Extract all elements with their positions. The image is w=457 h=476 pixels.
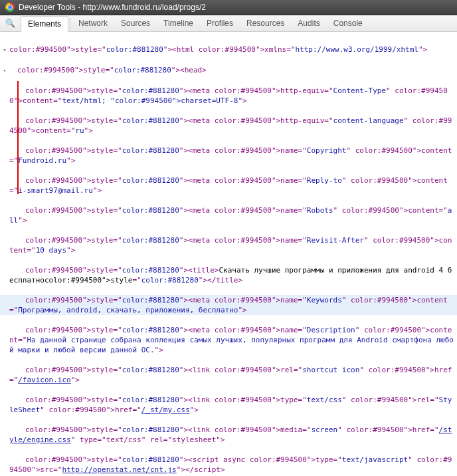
dom-node[interactable]: color:#994500">style="color:#881280"><me… bbox=[0, 295, 457, 315]
dom-node[interactable]: color:#994500">style="color:#881280"><me… bbox=[0, 235, 457, 255]
tab-resources[interactable]: Resources bbox=[240, 16, 291, 31]
window-title: Developer Tools - http://www.fundroid.ru… bbox=[19, 3, 206, 12]
window-titlebar: Developer Tools - http://www.fundroid.ru… bbox=[0, 0, 457, 15]
chrome-icon bbox=[5, 3, 15, 12]
annotation-highlight bbox=[17, 81, 19, 194]
dom-node[interactable]: color:#994500">style="color:#881280"><li… bbox=[0, 365, 457, 385]
devtools-toolbar: 🔍 Elements Network Sources Timeline Prof… bbox=[0, 15, 457, 32]
toggle-arrow-icon[interactable] bbox=[3, 45, 6, 54]
tab-network[interactable]: Network bbox=[72, 16, 114, 31]
dom-node[interactable]: color:#994500">style="color:#881280"><me… bbox=[0, 176, 457, 195]
tab-audits[interactable]: Audits bbox=[291, 16, 326, 31]
dom-node[interactable]: color:#994500">style="color:#881280"><me… bbox=[0, 146, 457, 166]
dom-node[interactable]: color:#994500">style="color:#881280"><me… bbox=[0, 116, 457, 136]
dom-node[interactable]: color:#994500">style="color:#881280"><ti… bbox=[0, 265, 457, 285]
toggle-arrow-icon[interactable] bbox=[3, 66, 6, 74]
dom-node[interactable]: color:#994500">style="color:#881280"><sc… bbox=[0, 455, 457, 475]
tab-console[interactable]: Console bbox=[327, 16, 369, 31]
dom-node[interactable]: color:#994500">style="color:#881280"><ht… bbox=[0, 45, 457, 55]
elements-panel[interactable]: color:#994500">style="color:#881280"><ht… bbox=[0, 32, 457, 476]
dom-node[interactable]: color:#994500">style="color:#881280"><li… bbox=[0, 395, 457, 415]
tab-sources[interactable]: Sources bbox=[114, 16, 157, 31]
separator bbox=[70, 18, 70, 29]
dom-node[interactable]: color:#994500">style="color:#881280"><me… bbox=[0, 205, 457, 225]
dom-node[interactable]: color:#994500">style="color:#881280"><he… bbox=[0, 65, 457, 76]
dom-node[interactable]: color:#994500">style="color:#881280"><me… bbox=[0, 325, 457, 355]
tab-timeline[interactable]: Timeline bbox=[157, 16, 200, 31]
search-icon[interactable]: 🔍 bbox=[0, 16, 21, 31]
dom-node[interactable]: color:#994500">style="color:#881280"><li… bbox=[0, 425, 457, 445]
tab-elements[interactable]: Elements bbox=[21, 16, 68, 32]
tab-profiles[interactable]: Profiles bbox=[200, 16, 240, 31]
dom-tree[interactable]: color:#994500">style="color:#881280"><ht… bbox=[0, 32, 457, 476]
dom-node[interactable]: color:#994500">style="color:#881280"><me… bbox=[0, 86, 457, 106]
